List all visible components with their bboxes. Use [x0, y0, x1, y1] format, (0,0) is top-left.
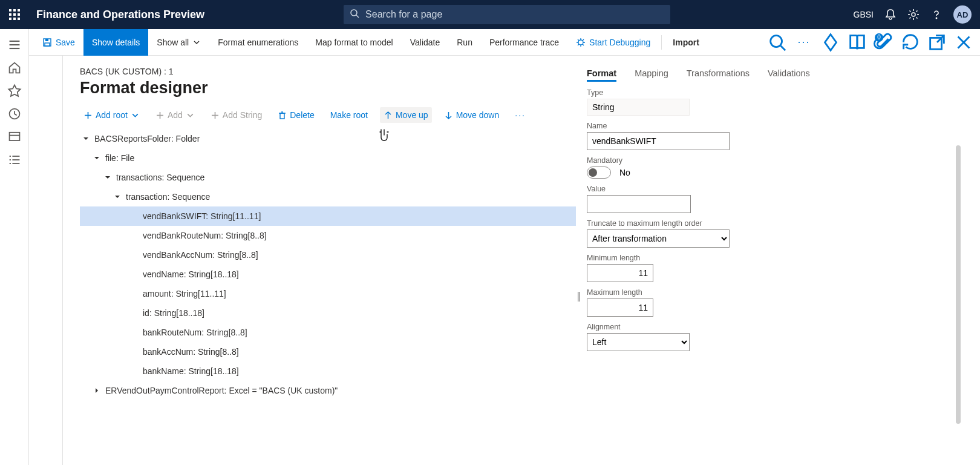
page-title: Format designer [80, 79, 576, 97]
avatar[interactable]: AD [953, 5, 972, 24]
tree-row[interactable]: bankRouteNum: String[8..8] [80, 323, 576, 342]
workspaces-icon[interactable] [7, 130, 22, 144]
tree-label: ERVendOutPaymControlReport: Excel = "BAC… [105, 386, 338, 395]
tree-caret-icon [131, 368, 138, 375]
maxlen-field[interactable] [587, 298, 653, 317]
popout-icon[interactable] [927, 32, 947, 53]
commandbar-search-icon[interactable] [767, 32, 788, 53]
name-field[interactable] [587, 132, 730, 150]
attachments-icon[interactable]: 0 [874, 32, 894, 53]
svg-point-16 [578, 40, 583, 45]
tree-caret-icon[interactable] [104, 174, 111, 181]
tree-caret-icon [131, 309, 138, 317]
tree-row[interactable]: id: String[18..18] [80, 303, 576, 323]
mandatory-toggle[interactable] [587, 167, 611, 179]
favorites-icon[interactable] [7, 84, 22, 98]
tree-caret-icon [131, 290, 138, 297]
properties-tabs: Format Mapping Transformations Validatio… [587, 67, 963, 82]
tree-row[interactable]: vendBankAccNum: String[8..8] [80, 245, 576, 265]
company-picker[interactable]: GBSI [854, 10, 874, 19]
truncate-select[interactable]: After transformation [587, 229, 730, 248]
tree-row[interactable]: vendName: String[18..18] [80, 265, 576, 284]
tree-label: BACSReportsFolder: Folder [94, 134, 200, 143]
tree-label: file: File [105, 153, 134, 163]
tree-row[interactable]: ERVendOutPaymControlReport: Excel = "BAC… [80, 381, 576, 400]
tree-caret-icon [131, 251, 138, 259]
tree-label: amount: String[11..11] [143, 289, 226, 298]
tree-caret-icon[interactable] [93, 387, 100, 394]
tree-row[interactable]: bankName: String[18..18] [80, 361, 576, 381]
scrollbar[interactable] [956, 145, 961, 424]
move-down-button[interactable]: Move down [440, 107, 503, 123]
expand-navigation-icon[interactable] [7, 38, 22, 52]
global-header: Finance and Operations Preview Search fo… [0, 0, 980, 29]
svg-rect-5 [18, 13, 20, 16]
tree-row[interactable]: BACSReportsFolder: Folder [80, 129, 576, 148]
global-search[interactable]: Search for a page [344, 5, 670, 24]
show-details-button[interactable]: Show details [83, 29, 148, 56]
delete-button[interactable]: Delete [274, 107, 318, 123]
bell-icon[interactable] [884, 8, 897, 21]
gear-icon[interactable] [907, 8, 920, 21]
tab-mapping[interactable]: Mapping [635, 67, 668, 82]
show-all-label: Show all [157, 38, 189, 47]
tree-caret-icon[interactable] [93, 154, 100, 162]
breadcrumb: BACS (UK CUSTOM) : 1 [80, 67, 576, 76]
save-label: Save [56, 38, 75, 47]
global-search-placeholder: Search for a page [365, 9, 442, 20]
modules-icon[interactable] [7, 153, 22, 167]
make-root-button[interactable]: Make root [327, 107, 371, 123]
svg-rect-2 [18, 9, 20, 12]
designer-toolbar: Add root Add Add String Delete Make root [80, 107, 576, 123]
tree-caret-icon[interactable] [114, 193, 121, 200]
chevron-down-icon [192, 38, 201, 47]
diamond-icon[interactable] [820, 32, 841, 53]
book-icon[interactable] [847, 32, 867, 53]
tree-row[interactable]: amount: String[11..11] [80, 284, 576, 303]
save-button[interactable]: Save [34, 29, 83, 56]
import-button[interactable]: Import [664, 29, 708, 56]
tree-row[interactable]: vendBankRouteNum: String[8..8] [80, 226, 576, 245]
align-select[interactable]: Left [587, 333, 690, 351]
search-icon [350, 8, 365, 21]
tree-row[interactable]: vendBankSWIFT: String[11..11] [80, 206, 576, 226]
value-field[interactable] [587, 195, 691, 213]
product-title: Finance and Operations Preview [36, 8, 204, 21]
run-button[interactable]: Run [448, 29, 481, 56]
format-tree[interactable]: BACSReportsFolder: Folderfile: Filetrans… [80, 129, 576, 400]
close-icon[interactable] [953, 32, 974, 53]
tab-validations[interactable]: Validations [768, 67, 810, 82]
add-string-button[interactable]: Add String [207, 107, 266, 123]
tree-caret-icon[interactable] [82, 135, 90, 142]
designer-more-icon[interactable]: ··· [511, 107, 529, 123]
start-debugging-button[interactable]: Start Debugging [567, 29, 659, 56]
help-icon[interactable] [930, 8, 942, 21]
validate-button[interactable]: Validate [402, 29, 449, 56]
map-format-to-model-button[interactable]: Map format to model [307, 29, 401, 56]
tree-label: vendBankSWIFT: String[11..11] [143, 211, 261, 221]
tree-caret-icon [131, 232, 138, 239]
tree-label: transaction: Sequence [126, 192, 210, 202]
more-icon[interactable]: ··· [794, 32, 814, 53]
show-all-button[interactable]: Show all [148, 29, 209, 56]
refresh-icon[interactable] [900, 32, 921, 53]
format-enumerations-button[interactable]: Format enumerations [209, 29, 307, 56]
tree-row[interactable]: file: File [80, 148, 576, 168]
tab-transformations[interactable]: Transformations [687, 67, 750, 82]
tab-format[interactable]: Format [587, 67, 616, 82]
recent-icon[interactable] [7, 107, 22, 121]
add-button[interactable]: Add [152, 107, 198, 123]
tree-caret-icon [131, 329, 138, 336]
svg-rect-15 [45, 43, 50, 46]
app-launcher-icon[interactable] [0, 0, 29, 29]
arrow-up-icon [384, 111, 393, 120]
minlen-field[interactable] [587, 264, 653, 282]
tree-row[interactable]: transaction: Sequence [80, 187, 576, 206]
performance-trace-button[interactable]: Performance trace [481, 29, 567, 56]
tree-row[interactable]: transactions: Sequence [80, 168, 576, 187]
move-up-button[interactable]: Move up [380, 107, 432, 123]
home-icon[interactable] [7, 61, 22, 75]
tree-row[interactable]: bankAccNum: String[8..8] [80, 342, 576, 361]
add-root-button[interactable]: Add root [80, 107, 143, 123]
splitter-handle[interactable]: ‖ [576, 291, 582, 300]
